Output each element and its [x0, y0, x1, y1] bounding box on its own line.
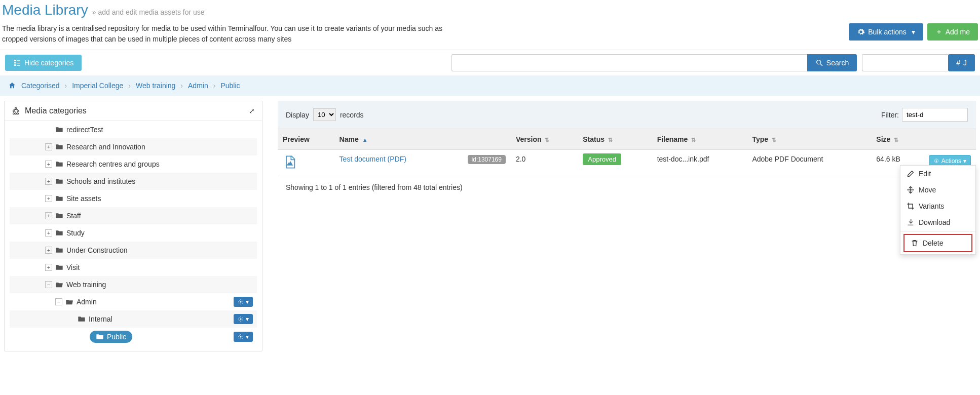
category-gear-button[interactable]: ▾	[234, 332, 253, 342]
tree-node-label[interactable]: Internal	[89, 315, 112, 323]
col-version[interactable]: Version ⇅	[511, 129, 578, 150]
home-icon	[8, 82, 16, 90]
expand-toggle-icon[interactable]: +	[45, 161, 52, 168]
col-status[interactable]: Status ⇅	[578, 129, 652, 150]
expand-toggle-icon[interactable]: +	[45, 178, 52, 185]
expand-toggle-icon[interactable]: +	[45, 229, 52, 236]
tree-node: +Study	[10, 224, 257, 242]
bulk-actions-button[interactable]: Bulk actions ▾	[849, 23, 923, 41]
tree-node-label[interactable]: Visit	[66, 263, 80, 271]
breadcrumb-item[interactable]: Public	[220, 82, 240, 90]
tree-node: Internal▾	[10, 310, 257, 328]
svg-point-2	[240, 301, 242, 303]
breadcrumb-item[interactable]: Admin	[188, 82, 208, 90]
tree-node: redirectTest	[10, 121, 257, 138]
caret-down-icon: ▾	[246, 315, 249, 323]
jump-button[interactable]: # J	[948, 54, 975, 71]
action-edit[interactable]: Edit	[900, 166, 975, 182]
folder-icon	[55, 160, 63, 168]
tree-node-label[interactable]: Research centres and groups	[66, 160, 160, 168]
folder-icon	[55, 126, 63, 134]
sort-icon: ⇅	[772, 137, 776, 143]
col-preview: Preview	[278, 129, 334, 150]
tree-node: −Web training	[10, 276, 257, 293]
tree-node: +Schools and institutes	[10, 173, 257, 190]
breadcrumb-item[interactable]: Categorised	[21, 82, 60, 90]
sort-icon: ⇅	[894, 137, 898, 143]
selected-category-badge[interactable]: Public	[90, 331, 132, 343]
category-gear-button[interactable]: ▾	[234, 314, 253, 324]
records-label: records	[340, 111, 364, 119]
gear-icon	[933, 158, 939, 164]
tree-node-label: Public	[107, 333, 126, 341]
tree-node-label[interactable]: redirectTest	[66, 126, 103, 134]
svg-point-3	[240, 319, 242, 320]
tree-node-label[interactable]: Study	[66, 229, 85, 237]
tree-node: +Staff	[10, 207, 257, 224]
media-name-link[interactable]: Test document (PDF)	[340, 155, 406, 163]
tree-node-label[interactable]: Site assets	[66, 194, 101, 203]
actions-dropdown: Edit Move Variants	[900, 165, 976, 255]
folder-icon	[55, 229, 63, 237]
col-size[interactable]: Size ⇅	[871, 129, 923, 150]
breadcrumb-item[interactable]: Web training	[136, 82, 175, 90]
tree-node: +Visit	[10, 259, 257, 276]
folder-icon	[96, 333, 104, 341]
tree-node-label[interactable]: Under Construction	[66, 246, 128, 254]
sort-icon: ⇅	[691, 137, 696, 143]
page-subtitle: »add and edit media assets for use	[92, 8, 205, 16]
display-select[interactable]: 10	[313, 108, 336, 121]
expand-toggle-icon[interactable]: +	[45, 143, 52, 150]
folder-icon	[78, 315, 86, 323]
add-media-button[interactable]: ＋ Add me	[927, 23, 978, 41]
action-move[interactable]: Move	[900, 182, 975, 198]
cell-filename: test-doc...ink.pdf	[652, 150, 747, 176]
caret-down-icon: ▾	[246, 333, 249, 340]
expand-toggle-icon[interactable]: +	[45, 264, 52, 271]
search-label: Search	[826, 59, 849, 67]
expand-toggle-icon[interactable]: +	[45, 212, 52, 219]
folder-icon	[55, 212, 63, 220]
breadcrumb: Categorised› Imperial College› Web train…	[0, 75, 980, 96]
tree-node-label[interactable]: Schools and institutes	[66, 177, 135, 185]
expand-toggle-icon[interactable]: +	[45, 195, 52, 202]
caret-down-icon: ▾	[912, 28, 915, 36]
svg-point-0	[817, 60, 821, 64]
filter-input[interactable]	[902, 108, 968, 122]
expand-icon[interactable]: ⤢	[249, 107, 255, 115]
folder-icon	[55, 194, 63, 203]
folder-open-icon	[65, 298, 73, 306]
search-input[interactable]	[451, 54, 807, 71]
tree-node-label[interactable]: Staff	[66, 212, 81, 220]
breadcrumb-item[interactable]: Imperial College	[72, 82, 123, 90]
sort-icon: ⇅	[545, 137, 549, 143]
hash-icon: #	[956, 59, 960, 67]
bulk-actions-label: Bulk actions	[868, 28, 906, 36]
collapse-toggle-icon[interactable]: −	[55, 298, 62, 305]
id-badge: id:1307169	[468, 155, 506, 164]
action-download[interactable]: Download	[900, 214, 975, 230]
plus-icon: ＋	[935, 27, 943, 36]
col-name[interactable]: Name ▲	[334, 129, 511, 150]
tree-node-label[interactable]: Admin	[77, 298, 97, 306]
sitemap-icon	[13, 59, 21, 67]
action-delete[interactable]: Delete	[903, 234, 972, 252]
tree-node-label[interactable]: Web training	[66, 281, 106, 289]
tree-node-label[interactable]: Research and Innovation	[66, 143, 145, 151]
jump-input[interactable]	[862, 54, 948, 71]
status-badge: Approved	[583, 153, 621, 165]
expand-toggle-icon[interactable]: +	[45, 247, 52, 254]
collapse-toggle-icon[interactable]: −	[45, 281, 52, 288]
col-type[interactable]: Type ⇅	[747, 129, 871, 150]
hide-categories-button[interactable]: Hide categories	[5, 55, 82, 71]
search-button[interactable]: Search	[807, 54, 857, 71]
actions-label: Actions	[941, 157, 961, 165]
table-row: Test document (PDF) id:1307169 2.0 Appro…	[278, 150, 976, 176]
gear-icon	[238, 316, 244, 322]
action-variants[interactable]: Variants	[900, 198, 975, 214]
crop-icon	[907, 202, 915, 210]
category-gear-button[interactable]: ▾	[234, 297, 253, 307]
col-filename[interactable]: Filename ⇅	[652, 129, 747, 150]
sort-icon: ⇅	[608, 137, 613, 143]
tree-node: +Research centres and groups	[10, 155, 257, 173]
